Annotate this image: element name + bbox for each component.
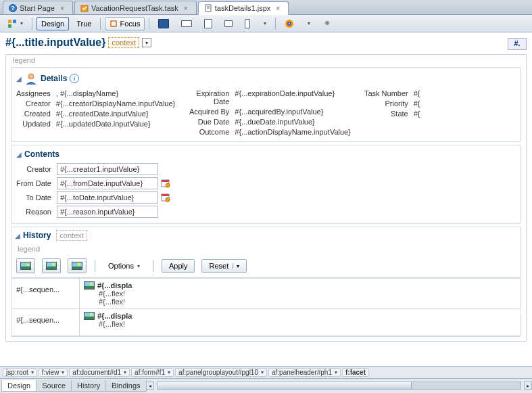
design-mode-button[interactable]: Design — [37, 17, 69, 30]
field-value[interactable]: #{...creatorDisplayName.inputValue} — [56, 99, 176, 108]
bottom-tabs: Design Source History Bindings ◂ ▸ — [0, 379, 532, 392]
crumb-f-facet[interactable]: f:facet — [342, 368, 369, 377]
options-button[interactable]: Options▾ — [103, 259, 145, 273]
image-button-1[interactable] — [16, 258, 35, 273]
disclosure-icon[interactable]: ◢ — [15, 232, 20, 239]
tab-label: taskDetails1.jspx — [215, 4, 271, 12]
details-column-1: Assignees, #{...displayName} Creator#{..… — [16, 89, 175, 136]
hash-indicator[interactable]: #. — [508, 38, 527, 50]
field-label: Creator — [16, 165, 53, 173]
calendar-icon[interactable] — [161, 193, 170, 202]
svg-point-13 — [28, 74, 34, 79]
bottom-tab-source[interactable]: Source — [36, 380, 72, 392]
history-label[interactable]: #{...displa — [97, 312, 132, 320]
field-value[interactable]: #{...acquiredBy.inputValue} — [235, 108, 351, 116]
crumb-af-form[interactable]: af:form#f1▾ — [131, 368, 174, 377]
tab-task-details[interactable]: taskDetails1.jspx × — [198, 1, 289, 15]
crumb-jsp-root[interactable]: jsp:root▾ — [3, 368, 37, 377]
info-icon[interactable]: i — [70, 74, 79, 83]
disclosure-icon[interactable]: ◢ — [16, 151, 22, 158]
field-value[interactable]: #{...updatedDate.inputValue} — [56, 120, 176, 128]
tab-vacation-task[interactable]: VacationRequestTask.task × — [74, 1, 197, 14]
device-more-button[interactable]: ▾ — [258, 17, 271, 30]
phone-landscape-icon — [224, 20, 233, 27]
chevron-down-icon: ▾ — [137, 263, 140, 269]
true-mode-button[interactable]: True — [72, 17, 96, 30]
device-tablet-button[interactable] — [199, 17, 217, 30]
scroll-left-icon[interactable]: ◂ — [146, 382, 154, 390]
field-label: State — [364, 110, 408, 118]
crumb-f-view[interactable]: f:view▾ — [39, 368, 68, 377]
context-badge[interactable]: context — [56, 230, 87, 241]
crumb-af-document[interactable]: af:document#d1▾ — [69, 368, 130, 377]
field-value[interactable]: #{...dueDate.inputValue} — [235, 118, 351, 126]
field-value[interactable]: #{ — [414, 110, 420, 118]
disclosure-icon[interactable]: ◢ — [16, 75, 22, 83]
creator-input[interactable]: #{...creator1.inputValue} — [57, 163, 158, 175]
field-label: Updated — [16, 120, 51, 128]
field-label: Created — [16, 110, 51, 118]
history-cell[interactable]: #{...sequen... — [12, 279, 80, 308]
bottom-tab-history[interactable]: History — [71, 380, 106, 392]
field-label: Creator — [16, 99, 51, 108]
field-value[interactable]: #{ — [414, 99, 420, 108]
focus-button[interactable]: Focus — [105, 17, 145, 30]
history-cell[interactable]: #{...sequen... — [12, 309, 80, 336]
crumb-af-panelgrouplayout[interactable]: af:panelgrouplayout#pgl10▾ — [175, 368, 267, 377]
device-desktop-button[interactable] — [153, 17, 174, 30]
svg-rect-18 — [162, 194, 169, 196]
field-value[interactable]: #{ — [414, 89, 420, 97]
details-column-2: Expiration Date#{...expirationDate.input… — [189, 89, 351, 136]
svg-rect-8 — [8, 24, 11, 28]
close-icon[interactable]: × — [60, 5, 67, 11]
apply-button[interactable]: Apply — [162, 259, 195, 273]
page-title-expression[interactable]: #{...title.inputValue} — [5, 37, 105, 49]
reset-button[interactable]: Reset▾ — [201, 259, 247, 273]
device-tablet-landscape-button[interactable] — [176, 17, 197, 30]
close-icon[interactable]: × — [184, 5, 191, 11]
history-label[interactable]: #{...displa — [97, 281, 132, 290]
history-value[interactable]: #{...flex! — [84, 290, 132, 298]
component-palette-button[interactable]: ▾ — [3, 17, 28, 30]
field-value[interactable]: #{...expirationDate.inputValue} — [235, 89, 351, 106]
design-canvas[interactable]: #{...title.inputValue} context ▾ #. lege… — [0, 32, 532, 367]
close-icon[interactable]: × — [276, 5, 283, 11]
toolbar-more-button[interactable]: ▾ — [301, 17, 315, 30]
field-value[interactable]: #{...actionDisplayName.inputValue} — [235, 128, 351, 136]
svg-rect-6 — [8, 20, 11, 23]
task-icon — [80, 4, 89, 12]
details-column-3: Task Number#{ Priority#{ State#{ — [364, 89, 420, 136]
designer-toolbar: ▾ Design True Focus ▾ ▾ — [0, 15, 532, 32]
device-phone-landscape-button[interactable] — [220, 17, 237, 30]
field-value[interactable]: , #{...displayName} — [56, 89, 176, 97]
field-value[interactable]: #{...createdDate.inputValue} — [56, 110, 176, 118]
field-label: Priority — [364, 99, 408, 108]
image-button-3[interactable] — [68, 258, 87, 273]
reason-input[interactable]: #{...reason.inputValue} — [57, 206, 158, 218]
image-button-2[interactable] — [42, 258, 61, 273]
browser-preview-button[interactable] — [280, 17, 299, 30]
tab-start-page[interactable]: ? Start Page × — [3, 1, 73, 14]
bottom-tab-bindings[interactable]: Bindings — [105, 380, 146, 392]
svg-rect-7 — [13, 20, 16, 23]
picture-icon — [20, 262, 31, 270]
from-date-input[interactable]: #{...fromDate.inputValue} — [57, 177, 158, 189]
settings-button[interactable] — [318, 17, 337, 30]
crumb-af-panelheader[interactable]: af:panelheader#ph1▾ — [268, 368, 341, 377]
history-value[interactable]: #{...flex! — [84, 298, 132, 306]
picture-icon — [84, 281, 95, 290]
bottom-tab-design[interactable]: Design — [1, 380, 37, 392]
history-section: ◢ History context legend Options▾ Apply … — [11, 227, 521, 337]
svg-point-19 — [166, 198, 170, 202]
context-badge[interactable]: context — [108, 37, 139, 48]
history-value[interactable]: #{...flex! — [84, 320, 132, 328]
horizontal-scrollbar[interactable] — [157, 382, 521, 390]
field-label: Expiration Date — [189, 89, 229, 106]
desktop-icon — [158, 19, 169, 28]
scroll-right-icon[interactable]: ▸ — [524, 382, 532, 390]
calendar-icon[interactable] — [161, 179, 170, 188]
to-date-input[interactable]: #{...toDate.inputValue} — [57, 191, 158, 204]
dropdown-button[interactable]: ▾ — [142, 38, 151, 47]
device-phone-button[interactable] — [240, 17, 255, 30]
help-icon: ? — [9, 4, 17, 12]
